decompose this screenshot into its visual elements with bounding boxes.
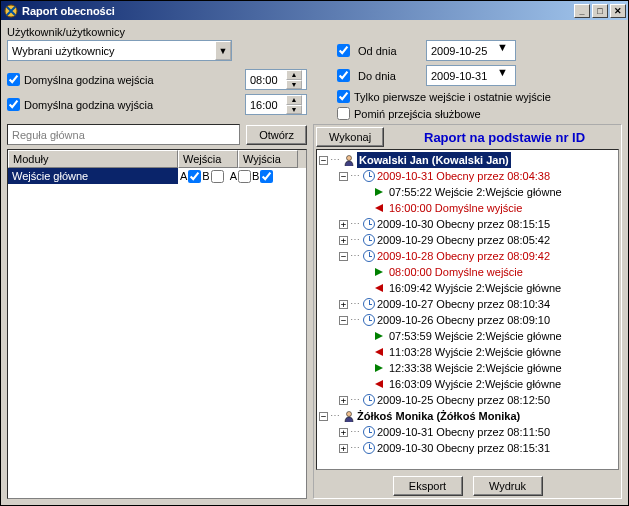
close-button[interactable]: ✕ [610, 4, 626, 18]
event-node[interactable]: 16:09:42 Wyjście 2:Wejście główne [389, 280, 561, 296]
report-title: Raport na podstawie nr ID [390, 130, 619, 145]
expand-icon[interactable]: + [339, 428, 348, 437]
default-exit-checkbox[interactable] [7, 98, 20, 111]
to-date-input[interactable] [427, 66, 497, 85]
users-label: Użytkownik/użytkownicy [7, 26, 307, 38]
clock-icon [363, 426, 375, 438]
expand-icon[interactable]: + [339, 444, 348, 453]
clock-icon [363, 218, 375, 230]
window-title: Raport obecności [22, 5, 572, 17]
clock-icon [363, 170, 375, 182]
skip-business-checkbox[interactable] [337, 107, 350, 120]
report-tree[interactable]: −⋯Kowalski Jan (Kowalski Jan) −⋯2009-10-… [316, 149, 619, 470]
day-node[interactable]: 2009-10-27 Obecny przez 08:10:34 [377, 296, 550, 312]
day-node[interactable]: 2009-10-30 Obecny przez 08:15:15 [377, 216, 550, 232]
svg-point-2 [347, 412, 352, 417]
event-node[interactable]: 07:53:59 Wejście 2:Wejście główne [389, 328, 562, 344]
person-icon [343, 410, 355, 422]
exit-a-checkbox[interactable] [238, 170, 251, 183]
chevron-down-icon[interactable]: ▼ [215, 41, 231, 60]
arrow-right-icon [375, 332, 383, 340]
clock-icon [363, 250, 375, 262]
col-entries[interactable]: Wejścia [178, 150, 238, 168]
from-date-label: Od dnia [358, 45, 418, 57]
skip-business-label: Pomiń przejścia służbowe [354, 108, 481, 120]
default-entry-checkbox[interactable] [7, 73, 20, 86]
day-node[interactable]: 2009-10-31 Obecny przez 08:04:38 [377, 168, 550, 184]
export-button[interactable]: Eksport [393, 476, 463, 496]
expand-icon[interactable]: + [339, 220, 348, 229]
to-date-combo[interactable]: ▼ [426, 65, 516, 86]
expand-icon[interactable]: + [339, 396, 348, 405]
day-node[interactable]: 2009-10-30 Obecny przez 08:15:31 [377, 440, 550, 456]
rule-input[interactable] [7, 124, 240, 145]
minimize-button[interactable]: _ [574, 4, 590, 18]
table-row[interactable]: Wejście główne A B A B [8, 168, 306, 184]
clock-icon [363, 314, 375, 326]
expand-icon[interactable]: − [339, 252, 348, 261]
exit-b-checkbox[interactable] [260, 170, 273, 183]
clock-icon [363, 298, 375, 310]
day-node[interactable]: 2009-10-25 Obecny przez 08:12:50 [377, 392, 550, 408]
to-date-checkbox[interactable] [337, 69, 350, 82]
event-node[interactable]: 12:33:38 Wejście 2:Wejście główne [389, 360, 562, 376]
person-icon [343, 154, 355, 166]
arrow-right-icon [375, 364, 383, 372]
arrow-right-icon [375, 188, 383, 196]
day-node[interactable]: 2009-10-29 Obecny przez 08:05:42 [377, 232, 550, 248]
col-modules[interactable]: Moduły [8, 150, 178, 168]
maximize-button[interactable]: □ [592, 4, 608, 18]
from-date-checkbox[interactable] [337, 44, 350, 57]
day-node[interactable]: 2009-10-31 Obecny przez 08:11:50 [377, 424, 550, 440]
exit-time-spin[interactable]: ▲▼ [245, 94, 307, 115]
default-entry-label: Domyślna godzina wejścia [24, 74, 154, 86]
day-node[interactable]: 2009-10-26 Obecny przez 08:09:10 [377, 312, 550, 328]
spin-down-icon[interactable]: ▼ [286, 80, 302, 90]
exit-time-input[interactable] [246, 95, 286, 114]
first-last-checkbox[interactable] [337, 90, 350, 103]
from-date-combo[interactable]: ▼ [426, 40, 516, 61]
day-node[interactable]: 2009-10-28 Obecny przez 08:09:42 [377, 248, 550, 264]
entry-a-checkbox[interactable] [188, 170, 201, 183]
arrow-left-icon [375, 348, 383, 356]
person-node[interactable]: Żółkoś Monika (Żółkoś Monika) [357, 408, 520, 424]
chevron-down-icon[interactable]: ▼ [497, 66, 508, 85]
event-node[interactable]: 16:00:00 Domyślne wyjście [389, 200, 522, 216]
first-last-label: Tylko pierwsze wejście i ostatnie wyjści… [354, 91, 551, 103]
event-node[interactable]: 11:03:28 Wyjście 2:Wejście główne [389, 344, 561, 360]
users-combo[interactable]: ▼ [7, 40, 232, 61]
spin-up-icon[interactable]: ▲ [286, 70, 302, 80]
entry-b-checkbox[interactable] [211, 170, 224, 183]
clock-icon [363, 234, 375, 246]
expand-icon[interactable]: − [339, 316, 348, 325]
col-exits[interactable]: Wyjścia [238, 150, 298, 168]
default-exit-label: Domyślna godzina wyjścia [24, 99, 153, 111]
from-date-input[interactable] [427, 41, 497, 60]
to-date-label: Do dnia [358, 70, 418, 82]
open-button[interactable]: Otwórz [246, 125, 307, 145]
clock-icon [363, 442, 375, 454]
expand-icon[interactable]: + [339, 236, 348, 245]
svg-point-1 [347, 156, 352, 161]
spin-up-icon[interactable]: ▲ [286, 95, 302, 105]
entry-time-spin[interactable]: ▲▼ [245, 69, 307, 90]
spin-down-icon[interactable]: ▼ [286, 105, 302, 115]
event-node[interactable]: 08:00:00 Domyślne wejście [389, 264, 523, 280]
arrow-left-icon [375, 380, 383, 388]
expand-icon[interactable]: + [339, 300, 348, 309]
arrow-left-icon [375, 284, 383, 292]
clock-icon [363, 394, 375, 406]
person-node[interactable]: Kowalski Jan (Kowalski Jan) [357, 152, 511, 168]
app-icon [3, 3, 19, 19]
chevron-down-icon[interactable]: ▼ [497, 41, 508, 60]
expand-icon[interactable]: − [339, 172, 348, 181]
expand-icon[interactable]: − [319, 156, 328, 165]
module-name: Wejście główne [8, 168, 178, 184]
expand-icon[interactable]: − [319, 412, 328, 421]
print-button[interactable]: Wydruk [473, 476, 543, 496]
users-combo-input[interactable] [8, 41, 215, 60]
event-node[interactable]: 07:55:22 Wejście 2:Wejście główne [389, 184, 562, 200]
event-node[interactable]: 16:03:09 Wyjście 2:Wejście główne [389, 376, 561, 392]
execute-button[interactable]: Wykonaj [316, 127, 384, 147]
entry-time-input[interactable] [246, 70, 286, 89]
